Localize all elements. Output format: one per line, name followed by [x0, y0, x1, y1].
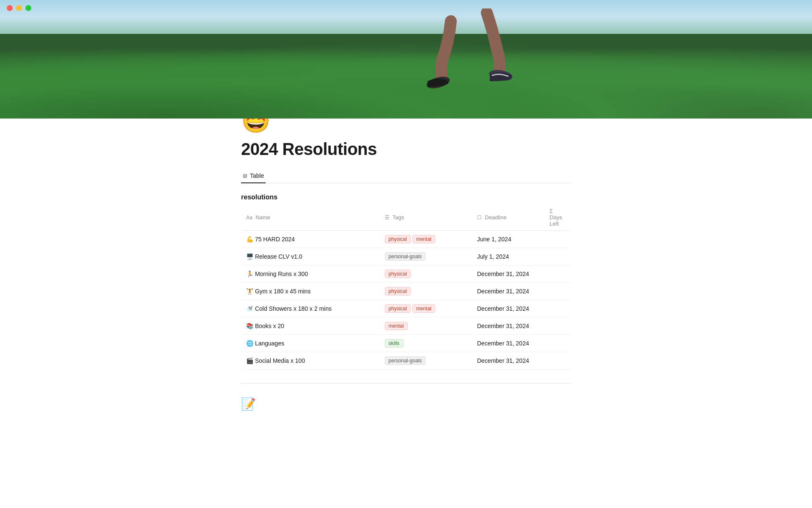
table-row[interactable]: 🌐 LanguagesskillsDecember 31, 2024: [241, 335, 571, 352]
tag-skills: skills: [385, 339, 403, 348]
tab-table-label: Table: [250, 172, 264, 179]
tag-physical: physical: [385, 287, 411, 295]
row-1-name: 🖥️ Release CLV v1.0: [241, 248, 380, 265]
page-title: 2024 Resolutions: [241, 140, 571, 159]
row-2-daysleft: [545, 265, 571, 283]
tag-personal-goals: personal-goals: [385, 356, 426, 365]
table-row[interactable]: 🖥️ Release CLV v1.0personal-goalsJuly 1,…: [241, 248, 571, 265]
next-section-icon: 📝: [241, 397, 256, 411]
col-header-name: Aa Name: [241, 204, 380, 231]
view-tabs: ⊞ Table: [241, 169, 571, 183]
row-0-tags: physicalmental: [380, 231, 472, 248]
close-button[interactable]: [7, 5, 13, 11]
name-col-icon: Aa: [246, 215, 252, 221]
next-section-title: 📝: [241, 397, 571, 411]
tag-physical: physical: [385, 304, 411, 313]
row-3-tags: physical: [380, 283, 472, 300]
tag-personal-goals: personal-goals: [385, 252, 426, 261]
page-content: 🤩 2024 Resolutions ⊞ Table resolutions A…: [216, 107, 596, 436]
tag-physical: physical: [385, 270, 411, 278]
row-7-daysleft: [545, 352, 571, 370]
row-5-daysleft: [545, 318, 571, 335]
resolutions-section-label: resolutions: [241, 193, 571, 201]
row-2-name: 🏃 Morning Runs x 300: [241, 265, 380, 283]
row-2-tags: physical: [380, 265, 472, 283]
tag-physical: physical: [385, 235, 411, 243]
section-divider: [241, 383, 571, 384]
row-7-deadline: December 31, 2024: [472, 352, 545, 370]
maximize-button[interactable]: [25, 5, 31, 11]
table-row[interactable]: 🏋️ Gym x 180 x 45 minsphysicalDecember 3…: [241, 283, 571, 300]
row-6-deadline: December 31, 2024: [472, 335, 545, 352]
table-row[interactable]: 🚿 Cold Showers x 180 x 2 minsphysicalmen…: [241, 300, 571, 318]
row-4-daysleft: [545, 300, 571, 318]
runner-illustration: [392, 8, 535, 102]
daysleft-col-icon: Σ: [550, 208, 553, 214]
row-4-tags: physicalmental: [380, 300, 472, 318]
traffic-lights: [7, 5, 31, 11]
row-2-deadline: December 31, 2024: [472, 265, 545, 283]
col-header-daysleft: Σ Days Left: [545, 204, 571, 231]
hero-image: [0, 0, 812, 119]
table-icon: ⊞: [243, 173, 247, 179]
row-4-deadline: December 31, 2024: [472, 300, 545, 318]
row-7-tags: personal-goals: [380, 352, 472, 370]
row-3-daysleft: [545, 283, 571, 300]
minimize-button[interactable]: [16, 5, 22, 11]
tag-mental: mental: [412, 235, 435, 243]
row-6-tags: skills: [380, 335, 472, 352]
table-row[interactable]: 🏃 Morning Runs x 300physicalDecember 31,…: [241, 265, 571, 283]
table-row[interactable]: 💪 75 HARD 2024physicalmentalJune 1, 2024: [241, 231, 571, 248]
table-row[interactable]: 🎬 Social Media x 100personal-goalsDecemb…: [241, 352, 571, 370]
row-7-name: 🎬 Social Media x 100: [241, 352, 380, 370]
row-1-tags: personal-goals: [380, 248, 472, 265]
tag-mental: mental: [412, 304, 435, 313]
row-4-name: 🚿 Cold Showers x 180 x 2 mins: [241, 300, 380, 318]
tags-col-icon: ☰: [385, 215, 390, 221]
col-header-deadline: ☐ Deadline: [472, 204, 545, 231]
resolutions-table: Aa Name ☰ Tags ☐ Deadline Σ Days Left �: [241, 204, 571, 370]
row-1-deadline: July 1, 2024: [472, 248, 545, 265]
row-3-name: 🏋️ Gym x 180 x 45 mins: [241, 283, 380, 300]
row-1-daysleft: [545, 248, 571, 265]
row-0-name: 💪 75 HARD 2024: [241, 231, 380, 248]
row-0-daysleft: [545, 231, 571, 248]
row-3-deadline: December 31, 2024: [472, 283, 545, 300]
row-6-daysleft: [545, 335, 571, 352]
tag-mental: mental: [385, 322, 408, 330]
tab-table[interactable]: ⊞ Table: [241, 169, 266, 183]
row-0-deadline: June 1, 2024: [472, 231, 545, 248]
row-5-deadline: December 31, 2024: [472, 318, 545, 335]
row-5-tags: mental: [380, 318, 472, 335]
col-header-tags: ☰ Tags: [380, 204, 472, 231]
row-5-name: 📚 Books x 20: [241, 318, 380, 335]
row-6-name: 🌐 Languages: [241, 335, 380, 352]
deadline-col-icon: ☐: [477, 215, 482, 221]
table-row[interactable]: 📚 Books x 20mentalDecember 31, 2024: [241, 318, 571, 335]
